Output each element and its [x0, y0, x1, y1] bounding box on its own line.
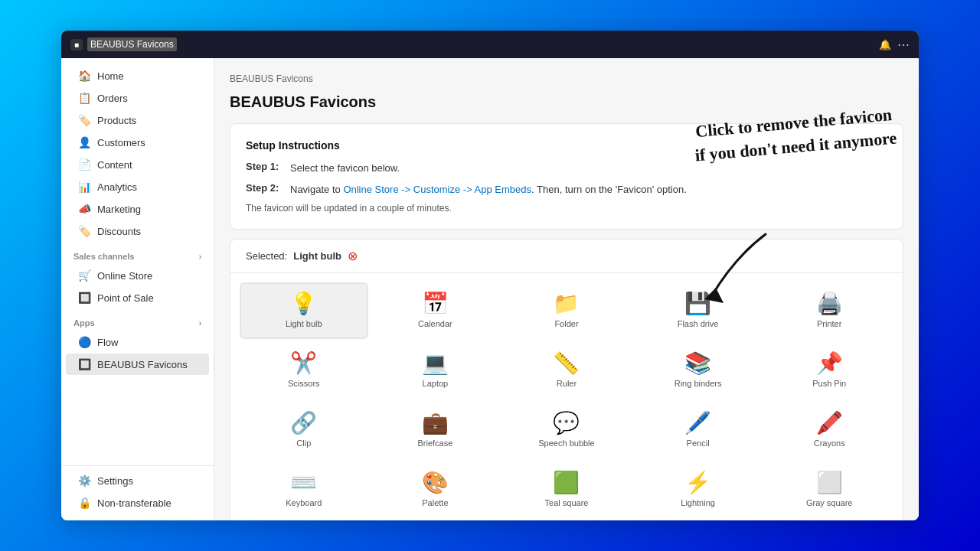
breadcrumb: BEAUBUS Favicons: [230, 73, 903, 84]
favicon-label-speech-bubble: Speech bubble: [538, 439, 594, 448]
favicon-label-briefcase: Briefcase: [417, 439, 452, 448]
beaubus-icon: 🔲: [78, 358, 91, 370]
favicon-item-crayons[interactable]: 🖍️ Crayons: [765, 402, 893, 458]
app-title-topbar: BEAUBUS Favicons: [87, 37, 177, 51]
favicon-item-printer[interactable]: 🖨️ Printer: [765, 282, 893, 339]
favicon-item-calendar[interactable]: 📅 Calendar: [371, 282, 500, 339]
favicon-emoji-briefcase: 💼: [422, 412, 449, 434]
step1-label: Step 1:: [246, 161, 284, 172]
sidebar-item-customers[interactable]: 👤 Customers: [66, 132, 209, 153]
sidebar-item-orders[interactable]: 📋 Orders: [66, 87, 209, 109]
favicon-emoji-palette: 🎨: [422, 472, 449, 494]
favicon-item-palette[interactable]: 🎨 Palette: [371, 461, 500, 518]
chevron-icon: ›: [199, 253, 201, 261]
favicon-emoji-lightning: ⚡: [684, 472, 711, 494]
setup-card: Setup Instructions Step 1: Select the fa…: [230, 123, 903, 230]
favicon-item-keyboard[interactable]: ⌨️ Keyboard: [240, 461, 368, 518]
favicon-grid: 💡 Light bulb 📅 Calendar 📁 Folder 💾 Flash…: [230, 273, 903, 520]
favicon-label-light-bulb: Light bulb: [286, 319, 322, 328]
customers-icon: 👤: [78, 136, 91, 148]
favicon-emoji-gray-square: ⬜: [816, 472, 843, 494]
favicon-emoji-ring-binders: 📚: [684, 353, 711, 374]
sidebar-item-marketing[interactable]: 📣 Marketing: [66, 198, 209, 220]
favicon-item-light-bulb[interactable]: 💡 Light bulb: [240, 282, 368, 339]
marketing-icon: 📣: [78, 203, 91, 215]
remove-favicon-button[interactable]: ⊗: [348, 249, 358, 263]
favicon-item-gray-square[interactable]: ⬜ Gray square: [765, 461, 893, 518]
top-bar: ■ BEAUBUS Favicons 🔔 ⋯: [61, 31, 919, 58]
content-icon: 📄: [78, 158, 91, 171]
orders-icon: 📋: [78, 92, 91, 104]
sidebar-item-settings[interactable]: ⚙️ Settings: [66, 470, 209, 491]
customize-link[interactable]: Online Store -> Customize -> App Embeds: [343, 184, 531, 195]
home-icon: 🏠: [78, 70, 91, 82]
selected-value: Light bulb: [293, 250, 341, 262]
favicon-emoji-pencil: 🖊️: [684, 412, 711, 434]
favicon-item-pencil[interactable]: 🖊️ Pencil: [634, 402, 763, 458]
flow-icon: 🔵: [78, 336, 91, 348]
favicon-item-push-pin[interactable]: 📌 Push Pin: [765, 342, 893, 399]
step2-label: Step 2:: [246, 182, 284, 194]
favicon-item-lightning[interactable]: ⚡ Lightning: [634, 461, 763, 518]
sidebar-item-home[interactable]: 🏠 Home: [66, 65, 209, 86]
sidebar-item-online-store[interactable]: 🛒 Online Store: [66, 265, 209, 286]
sidebar-item-non-transferable[interactable]: 🔒 Non-transferable: [66, 492, 209, 514]
point-of-sale-icon: 🔲: [78, 292, 91, 304]
page-title: BEAUBUS Favicons: [230, 93, 903, 111]
setup-step-2: Step 2: Navigate to Online Store -> Cust…: [246, 182, 887, 197]
favicon-label-flash-drive: Flash drive: [678, 319, 719, 328]
favicon-emoji-ruler: 📏: [553, 353, 580, 374]
sidebar-item-point-of-sale[interactable]: 🔲 Point of Sale: [66, 287, 209, 308]
products-icon: 🏷️: [78, 114, 91, 126]
favicon-item-teal-square[interactable]: 🟩 Teal square: [502, 461, 631, 518]
setup-step-1: Step 1: Select the favicon below.: [246, 161, 887, 176]
favicon-item-ruler[interactable]: 📏 Ruler: [502, 342, 631, 399]
sidebar-item-beaubus-favicons[interactable]: 🔲 BEAUBUS Favicons: [66, 354, 209, 375]
more-menu-icon[interactable]: ⋯: [897, 37, 910, 52]
favicon-label-scissors: Scissors: [288, 379, 320, 388]
lock-icon: 🔒: [78, 497, 91, 509]
top-bar-right: 🔔 ⋯: [879, 37, 910, 52]
favicon-item-scissors[interactable]: ✂️ Scissors: [240, 342, 368, 399]
favicon-label-calendar: Calendar: [418, 319, 452, 328]
favicon-item-ring-binders[interactable]: 📚 Ring binders: [634, 342, 763, 399]
sidebar-apps: Apps › 🔵 Flow 🔲 BEAUBUS Favicons: [61, 312, 214, 376]
sidebar-item-discounts[interactable]: 🏷️ Discounts: [66, 220, 209, 242]
content-area: Click to remove the faviconif you don't …: [214, 58, 919, 520]
favicon-item-clip[interactable]: 🔗 Clip: [240, 402, 368, 458]
favicon-item-briefcase[interactable]: 💼 Briefcase: [371, 402, 500, 458]
favicon-label-teal-square: Teal square: [545, 498, 589, 507]
favicon-label-gray-square: Gray square: [806, 498, 853, 507]
favicon-emoji-laptop: 💻: [422, 353, 449, 374]
favicon-item-speech-bubble[interactable]: 💬 Speech bubble: [502, 402, 631, 458]
favicon-selector-card: Selected: Light bulb ⊗ 💡 Light bulb 📅 Ca…: [230, 239, 903, 520]
favicon-label-keyboard: Keyboard: [286, 498, 322, 507]
favicon-item-folder[interactable]: 📁 Folder: [502, 282, 631, 339]
favicon-label-push-pin: Push Pin: [812, 379, 846, 388]
step1-text: Select the favicon below.: [290, 161, 887, 176]
sales-channels-label: Sales channels ›: [61, 246, 214, 264]
favicon-label-crayons: Crayons: [814, 439, 845, 448]
favicon-emoji-teal-square: 🟩: [553, 472, 580, 494]
favicon-item-flash-drive[interactable]: 💾 Flash drive: [634, 282, 763, 339]
sidebar-item-flow[interactable]: 🔵 Flow: [66, 331, 209, 353]
remove-icon: ⊗: [348, 249, 358, 263]
favicon-emoji-keyboard: ⌨️: [290, 472, 317, 494]
apps-label: Apps ›: [61, 312, 214, 331]
sidebar-main-nav: 🏠 Home 📋 Orders 🏷️ Products 👤 Customers …: [61, 64, 214, 243]
favicon-emoji-crayons: 🖍️: [816, 412, 843, 434]
favicon-item-laptop[interactable]: 💻 Laptop: [371, 342, 500, 399]
setup-note: The favicon will be updated in a couple …: [246, 203, 887, 214]
selected-bar: Selected: Light bulb ⊗: [230, 240, 903, 273]
sidebar-item-products[interactable]: 🏷️ Products: [66, 109, 209, 131]
notification-icon[interactable]: 🔔: [879, 39, 891, 51]
sidebar-item-content[interactable]: 📄 Content: [66, 154, 209, 175]
favicon-emoji-flash-drive: 💾: [684, 293, 711, 315]
favicon-emoji-speech-bubble: 💬: [553, 412, 580, 434]
sidebar-item-analytics[interactable]: 📊 Analytics: [66, 176, 209, 197]
favicon-label-pencil: Pencil: [687, 439, 710, 448]
app-logo: ■ BEAUBUS Favicons: [70, 37, 177, 51]
favicon-label-lightning: Lightning: [681, 498, 715, 507]
favicon-emoji-clip: 🔗: [290, 412, 317, 434]
favicon-emoji-printer: 🖨️: [816, 293, 843, 315]
